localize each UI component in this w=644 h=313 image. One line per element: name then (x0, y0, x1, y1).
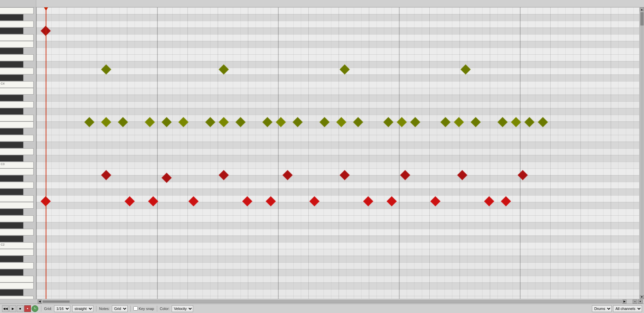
sep2 (96, 306, 96, 312)
zoom-out-btn[interactable]: − (633, 300, 637, 304)
color-select[interactable]: Velocity (172, 305, 193, 312)
color-label: Color: (160, 307, 170, 311)
zoom-in-btn[interactable]: + (638, 300, 643, 304)
hscroll-left-btn[interactable]: ◀ (38, 300, 42, 304)
right-controls: Drums All channels (592, 305, 642, 312)
piano-key[interactable] (0, 41, 34, 48)
piano-key[interactable] (0, 175, 24, 182)
piano-key[interactable] (0, 256, 24, 262)
sep3 (130, 306, 131, 312)
channels-select[interactable]: All channels (613, 305, 642, 312)
key-snap-label: Key snap (139, 307, 154, 311)
prev-btn[interactable]: ◀◀ (2, 305, 9, 312)
piano-key[interactable] (0, 289, 24, 296)
piano-key[interactable] (0, 249, 34, 256)
piano-key[interactable] (0, 115, 34, 121)
grid-value-select[interactable]: 1/16 (54, 305, 70, 312)
piano-key[interactable] (0, 74, 24, 81)
record-btn[interactable]: ● (24, 305, 31, 312)
piano-key[interactable] (0, 142, 24, 148)
piano-key[interactable] (0, 54, 34, 61)
hscroll-track[interactable] (42, 300, 622, 303)
piano-key[interactable] (0, 34, 34, 41)
main-container: 11.21.31.422.22.32.433.23.33.444.24.34.4… (0, 0, 644, 313)
piano-key[interactable] (0, 242, 34, 249)
piano-keyboard: C4C3C2C1 (0, 7, 36, 299)
straight-select[interactable]: straight (72, 305, 93, 312)
piano-key[interactable] (0, 276, 34, 282)
piano-key[interactable] (0, 168, 34, 175)
piano-key[interactable] (0, 95, 24, 101)
piano-key[interactable] (0, 81, 34, 88)
piano-key[interactable] (0, 162, 34, 168)
notes-label: Notes: (99, 307, 110, 311)
piano-key[interactable] (0, 296, 34, 299)
zoom-controls: − + (633, 300, 643, 304)
piano-key[interactable] (0, 182, 34, 189)
grid-canvas (36, 7, 639, 299)
hscroll-thumb[interactable] (43, 301, 70, 303)
grid-area[interactable] (36, 7, 639, 299)
piano-key[interactable] (0, 7, 34, 14)
vscroll-thumb[interactable] (640, 12, 644, 25)
piano-key[interactable] (0, 68, 34, 74)
piano-key[interactable] (0, 155, 24, 162)
piano-key[interactable] (0, 61, 24, 68)
piano-key[interactable] (0, 128, 24, 135)
piano-key[interactable] (0, 28, 24, 34)
hscroll-right-btn[interactable]: ▶ (622, 300, 627, 304)
piano-key[interactable] (0, 108, 24, 115)
piano-key[interactable] (0, 21, 34, 28)
stop-btn[interactable]: ■ (17, 305, 24, 312)
vscroll-down[interactable]: ▼ (640, 295, 644, 299)
sep4 (157, 306, 157, 312)
piano-key[interactable] (0, 121, 34, 128)
key-snap-checkbox[interactable] (133, 306, 138, 311)
piano-key[interactable] (0, 222, 24, 229)
piano-key[interactable] (0, 209, 24, 215)
piano-key[interactable] (0, 88, 34, 95)
vscrollbar[interactable]: ▲ ▼ (639, 7, 644, 299)
piano-key[interactable] (0, 189, 24, 195)
piano-key[interactable] (0, 236, 24, 242)
piano-key[interactable] (0, 229, 34, 236)
piano-key[interactable] (0, 135, 34, 142)
piano-key[interactable] (0, 262, 34, 269)
loop-btn[interactable]: ↻ (32, 305, 38, 312)
sep1 (41, 306, 41, 312)
bottom-toolbar: ◀◀ ▶ ■ ● ↻ Grid: 1/16 straight Notes: Gr… (0, 304, 644, 313)
piano-key[interactable] (0, 269, 24, 276)
vscroll-up[interactable]: ▲ (640, 7, 644, 11)
vscroll-track[interactable] (640, 12, 644, 294)
hscroll[interactable]: ◀ ▶ − + (0, 299, 644, 304)
piano-key[interactable] (0, 282, 34, 289)
play-btn[interactable]: ▶ (9, 305, 16, 312)
piano-key[interactable] (0, 148, 34, 155)
piano-key[interactable] (0, 202, 34, 209)
piano-key[interactable] (0, 101, 34, 108)
timeline-ruler: 11.21.31.422.22.32.433.23.33.444.24.34.4… (0, 0, 644, 7)
piano-key[interactable] (0, 195, 34, 202)
notes-select[interactable]: Grid (112, 305, 128, 312)
piano-key[interactable] (0, 14, 24, 21)
key-snap-wrap: Key snap (133, 306, 154, 311)
editor-area: C4C3C2C1 ▲ ▼ (0, 7, 644, 299)
transport-controls: ◀◀ ▶ ■ ● ↻ (2, 305, 38, 312)
piano-key[interactable] (0, 48, 24, 54)
grid-label: Grid: (44, 307, 52, 311)
instrument-select[interactable]: Drums (592, 305, 612, 312)
piano-key[interactable] (0, 215, 34, 222)
